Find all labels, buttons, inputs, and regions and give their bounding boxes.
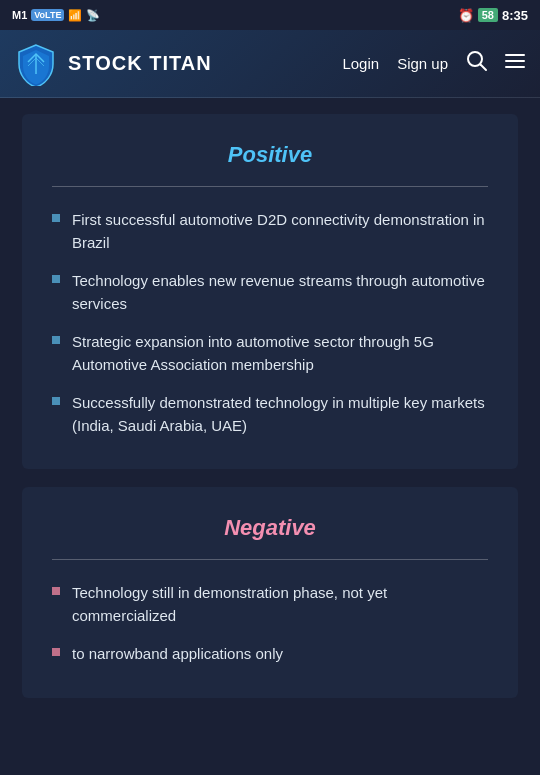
bullet-icon xyxy=(52,648,60,656)
negative-divider xyxy=(52,559,488,560)
nav-icons xyxy=(466,50,526,77)
status-bar: M1 VoLTE 📶 📡 ⏰ 58 8:35 xyxy=(0,0,540,30)
alarm-icon: ⏰ xyxy=(458,8,474,23)
menu-button[interactable] xyxy=(504,50,526,77)
signup-link[interactable]: Sign up xyxy=(397,55,448,72)
logo-icon xyxy=(14,42,58,86)
negative-title: Negative xyxy=(52,515,488,541)
list-item: First successful automotive D2D connecti… xyxy=(52,209,488,254)
bullet-icon xyxy=(52,587,60,595)
positive-title: Positive xyxy=(52,142,488,168)
negative-list: Technology still in demonstration phase,… xyxy=(52,582,488,666)
bullet-icon xyxy=(52,397,60,405)
search-button[interactable] xyxy=(466,50,488,77)
negative-section: Negative Technology still in demonstrati… xyxy=(22,487,518,698)
list-item: to narrowband applications only xyxy=(52,643,488,666)
negative-item-1: Technology still in demonstration phase,… xyxy=(72,582,488,627)
nav-links: Login Sign up xyxy=(342,55,448,72)
status-right: ⏰ 58 8:35 xyxy=(458,8,528,23)
list-item: Strategic expansion into automotive sect… xyxy=(52,331,488,376)
signal-icon: 📶 xyxy=(68,9,82,22)
battery-indicator: 58 xyxy=(478,8,498,22)
list-item: Technology still in demonstration phase,… xyxy=(52,582,488,627)
positive-item-3: Strategic expansion into automotive sect… xyxy=(72,331,488,376)
hamburger-icon xyxy=(504,50,526,72)
main-content: Positive First successful automotive D2D… xyxy=(0,98,540,698)
time-display: 8:35 xyxy=(502,8,528,23)
negative-item-2: to narrowband applications only xyxy=(72,643,283,666)
login-link[interactable]: Login xyxy=(342,55,379,72)
positive-item-1: First successful automotive D2D connecti… xyxy=(72,209,488,254)
app-header: STOCK TITAN Login Sign up xyxy=(0,30,540,98)
volte-badge: VoLTE xyxy=(31,9,64,21)
svg-line-1 xyxy=(481,65,487,71)
battery-text: 58 xyxy=(478,8,498,22)
list-item: Successfully demonstrated technology in … xyxy=(52,392,488,437)
positive-list: First successful automotive D2D connecti… xyxy=(52,209,488,437)
bullet-icon xyxy=(52,275,60,283)
positive-divider xyxy=(52,186,488,187)
carrier-text: M1 xyxy=(12,9,27,21)
positive-item-4: Successfully demonstrated technology in … xyxy=(72,392,488,437)
positive-item-2: Technology enables new revenue streams t… xyxy=(72,270,488,315)
status-left: M1 VoLTE 📶 📡 xyxy=(12,9,100,22)
search-icon xyxy=(466,50,488,72)
bullet-icon xyxy=(52,214,60,222)
positive-section: Positive First successful automotive D2D… xyxy=(22,114,518,469)
wifi-icon: 📡 xyxy=(86,9,100,22)
logo-container: STOCK TITAN xyxy=(14,42,342,86)
list-item: Technology enables new revenue streams t… xyxy=(52,270,488,315)
app-title: STOCK TITAN xyxy=(68,52,212,75)
bullet-icon xyxy=(52,336,60,344)
